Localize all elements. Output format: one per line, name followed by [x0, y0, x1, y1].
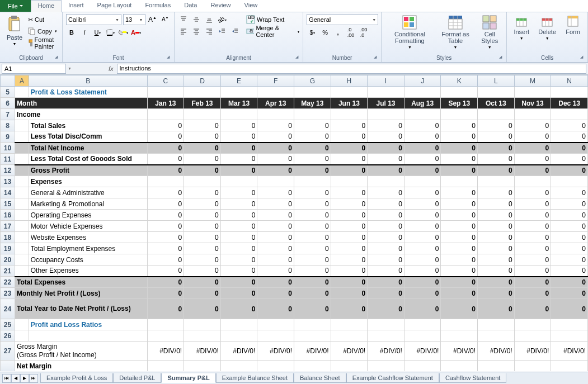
row-header[interactable]: 22 [1, 277, 15, 288]
cell[interactable]: 0 [368, 221, 404, 232]
cell[interactable] [404, 330, 441, 342]
col-header[interactable]: F [257, 75, 294, 87]
fx-icon[interactable]: fx [109, 65, 114, 72]
cell[interactable]: 0 [147, 221, 184, 232]
cell[interactable]: 0 [478, 143, 515, 154]
cell[interactable]: General & Administrative [29, 187, 147, 198]
cell[interactable]: 0 [257, 154, 294, 165]
cell[interactable] [220, 361, 257, 372]
cell[interactable]: 0 [404, 254, 441, 266]
row-header[interactable]: 13 [1, 176, 15, 187]
cell[interactable]: 0 [220, 288, 257, 299]
cell[interactable]: 0 [368, 165, 404, 176]
cell[interactable] [15, 120, 29, 131]
font-name-combo[interactable]: Calibri▼ [66, 14, 121, 25]
cell[interactable]: 0 [294, 243, 331, 254]
cell[interactable]: 0 [184, 131, 221, 143]
cell[interactable]: 0 [514, 254, 551, 266]
cell[interactable]: 0 [441, 120, 478, 131]
cell[interactable]: 0 [404, 232, 441, 243]
cell[interactable]: 0 [147, 187, 184, 198]
cell[interactable]: #DIV/0! [551, 342, 588, 361]
cell[interactable]: 0 [331, 131, 368, 143]
cell[interactable]: 0 [478, 198, 515, 210]
cell[interactable] [514, 176, 551, 187]
align-right-button[interactable] [204, 26, 215, 37]
cell[interactable] [184, 361, 221, 372]
cell[interactable]: 0 [294, 277, 331, 288]
cell[interactable]: 0 [368, 299, 404, 319]
cell[interactable]: 0 [368, 266, 404, 277]
cell[interactable] [514, 87, 551, 98]
ribbon-tab-formulas[interactable]: Formulas [138, 0, 177, 12]
cell[interactable]: 0 [551, 165, 588, 176]
cell[interactable] [441, 361, 478, 372]
cell[interactable]: 0 [220, 131, 257, 143]
cell[interactable] [220, 87, 257, 98]
cell[interactable]: Jul 13 [368, 98, 404, 109]
cell[interactable]: 0 [368, 254, 404, 266]
cell[interactable]: 0 [404, 266, 441, 277]
cell[interactable]: 0 [441, 299, 478, 319]
cell[interactable]: 0 [514, 187, 551, 198]
col-header[interactable]: K [441, 75, 478, 87]
cell[interactable]: 0 [294, 120, 331, 131]
cell[interactable]: 0 [478, 299, 515, 319]
cell[interactable]: 0 [404, 288, 441, 299]
cell[interactable]: 0 [551, 254, 588, 266]
cell[interactable]: 0 [441, 254, 478, 266]
cell[interactable]: 0 [147, 198, 184, 210]
cell[interactable]: 0 [184, 277, 221, 288]
cell[interactable]: 0 [220, 154, 257, 165]
cell[interactable] [15, 143, 29, 154]
cell[interactable]: 0 [257, 210, 294, 221]
cell[interactable]: #DIV/0! [404, 342, 441, 361]
number-format-combo[interactable]: General▼ [307, 14, 378, 25]
cell[interactable] [147, 87, 184, 98]
cell[interactable] [404, 176, 441, 187]
row-header[interactable] [1, 361, 15, 372]
cell[interactable] [331, 87, 368, 98]
cell[interactable]: 0 [404, 131, 441, 143]
cell[interactable]: 0 [294, 221, 331, 232]
cell[interactable]: 0 [514, 288, 551, 299]
col-header[interactable]: E [220, 75, 257, 87]
cell[interactable] [15, 254, 29, 266]
cell[interactable] [147, 361, 184, 372]
cell[interactable] [368, 109, 404, 120]
cell[interactable]: 0 [257, 277, 294, 288]
cell[interactable]: 0 [184, 266, 221, 277]
cell[interactable]: 0 [514, 165, 551, 176]
cell[interactable] [551, 109, 588, 120]
cell[interactable]: 0 [551, 154, 588, 165]
comma-button[interactable]: , [332, 27, 344, 38]
cell[interactable] [15, 330, 29, 342]
col-header[interactable]: L [478, 75, 515, 87]
cell[interactable]: May 13 [294, 98, 331, 109]
name-box[interactable] [2, 64, 66, 74]
cell[interactable] [15, 266, 29, 277]
cell[interactable] [15, 176, 29, 187]
cell[interactable]: Total Sales [29, 120, 147, 131]
cell[interactable] [478, 109, 515, 120]
paste-button[interactable]: Paste ▼ [3, 14, 26, 47]
cell[interactable]: 0 [184, 288, 221, 299]
cell[interactable] [331, 361, 368, 372]
cell[interactable]: #DIV/0! [331, 342, 368, 361]
row-header[interactable]: 18 [1, 232, 15, 243]
cell[interactable]: 0 [220, 299, 257, 319]
cell[interactable] [478, 87, 515, 98]
grow-font-button[interactable]: A▲ [147, 14, 158, 25]
cell[interactable] [184, 330, 221, 342]
cell[interactable] [15, 131, 29, 143]
cell[interactable] [478, 330, 515, 342]
cell[interactable] [220, 109, 257, 120]
cell[interactable] [15, 210, 29, 221]
row-header[interactable]: 11 [1, 154, 15, 165]
cell[interactable]: Jan 13 [147, 98, 184, 109]
cell[interactable]: 0 [184, 143, 221, 154]
insert-cells-button[interactable]: Insert▼ [510, 14, 533, 41]
cell[interactable] [551, 319, 588, 330]
cell[interactable]: 0 [220, 232, 257, 243]
cell[interactable]: 0 [147, 120, 184, 131]
